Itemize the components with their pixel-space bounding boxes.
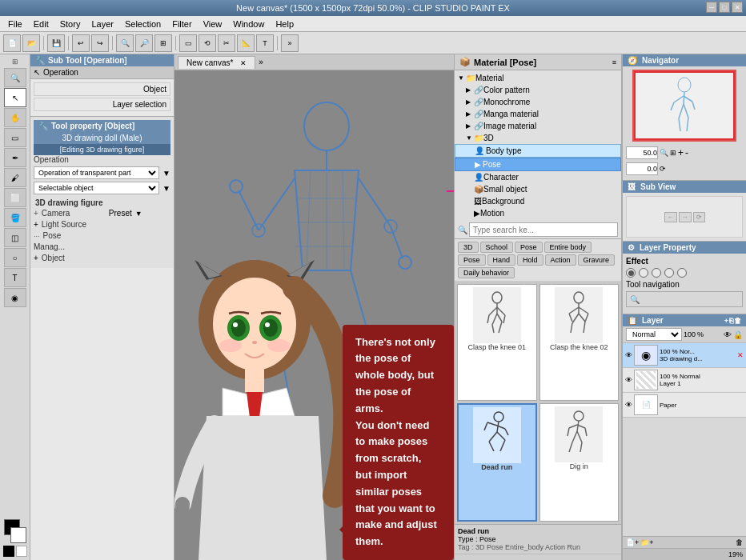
canvas-inner[interactable]: ❶ ❷ ❸ — [174, 70, 454, 560]
toolbar-redo[interactable]: ↪ — [91, 34, 109, 52]
object-button[interactable]: Object — [34, 82, 170, 96]
toolbar-zoom-in[interactable]: 🔍 — [116, 34, 134, 52]
delete-layer-btn[interactable]: 🗑 — [736, 538, 743, 546]
tree-item-motion[interactable]: ▶ Motion — [455, 207, 621, 219]
tool-3d[interactable]: ◉ — [4, 288, 26, 307]
tag-school[interactable]: School — [480, 242, 514, 253]
background-color[interactable] — [10, 527, 26, 543]
tag-entire-body[interactable]: Entire body — [544, 242, 592, 253]
lock-icon[interactable]: 🔒 — [733, 330, 743, 339]
toolbar-fit[interactable]: ⊞ — [154, 34, 172, 52]
tag-3d[interactable]: 3D — [458, 242, 479, 253]
toolbar-undo[interactable]: ↩ — [72, 34, 90, 52]
layer-copy-icon[interactable]: ⎘ — [729, 317, 733, 325]
effect-radio-4[interactable] — [664, 268, 674, 278]
effect-radio-2[interactable] — [639, 268, 648, 278]
toolbar-ruler[interactable]: 📐 — [237, 34, 255, 52]
minimize-button[interactable]: ─ — [706, 2, 717, 13]
tree-item-body-type[interactable]: 👤 Body type — [455, 144, 621, 158]
tool-shape[interactable]: ○ — [4, 248, 26, 267]
tree-item-small-object[interactable]: 📦 Small object — [455, 183, 621, 195]
effect-radio-5[interactable] — [677, 268, 687, 278]
effect-radio-3[interactable] — [652, 268, 661, 278]
tool-brush[interactable]: 🖌 — [4, 168, 26, 187]
material-menu-btn[interactable]: ≡ — [612, 58, 616, 66]
tag-action[interactable]: Action — [545, 254, 576, 266]
eye-icon[interactable]: 👁 — [724, 330, 732, 339]
tree-item-pose[interactable]: ▶ Pose — [455, 158, 621, 171]
menu-window[interactable]: Window — [228, 18, 269, 30]
new-layer-btn[interactable]: 📄+ — [626, 538, 639, 546]
menu-layer[interactable]: Layer — [86, 18, 118, 30]
effect-radio-1[interactable] — [626, 268, 636, 278]
tool-fill[interactable]: 🪣 — [4, 208, 26, 227]
tool-nav-input[interactable]: 🔍 — [626, 291, 743, 307]
material-scrollbar-h[interactable] — [455, 554, 621, 560]
toolbar-crop[interactable]: ✂ — [218, 34, 235, 52]
toolbar-more[interactable]: » — [281, 34, 299, 52]
nav-rotate-input[interactable] — [626, 162, 658, 175]
layer-item-1[interactable]: 👁 100 % Normal Layer 1 — [623, 368, 746, 393]
tag-hold[interactable]: Hold — [517, 254, 543, 266]
selectable-row[interactable]: Selectable object ▼ — [34, 182, 170, 194]
menu-edit[interactable]: Edit — [29, 18, 54, 30]
tree-item-color-pattern[interactable]: ▶ 🔗 Color pattern — [455, 84, 621, 96]
eye-3d-icon[interactable]: 👁 — [625, 351, 632, 359]
tool-select[interactable]: ▭ — [4, 128, 26, 147]
nav-zoom-input[interactable] — [626, 146, 658, 159]
menu-file[interactable]: File — [3, 18, 27, 30]
new-folder-btn[interactable]: 📁+ — [640, 538, 653, 546]
swatch-black[interactable] — [3, 546, 14, 557]
operation-item[interactable]: ↖ Operation — [30, 66, 174, 79]
tool-eraser[interactable]: ⬜ — [4, 188, 26, 207]
tree-item-character[interactable]: 👤 Character — [455, 171, 621, 183]
canvas-scroll-right[interactable]: » — [259, 58, 263, 66]
pose-item-clasp-knee-01[interactable]: Clasp the knee 01 — [457, 284, 537, 401]
operation-select-row[interactable]: Operation of transparent part ▼ — [34, 166, 170, 179]
blend-mode-select[interactable]: Normal — [626, 328, 682, 341]
tag-pose[interactable]: Pose — [515, 242, 543, 253]
tree-item-background[interactable]: 🖼 Background — [455, 195, 621, 207]
tag-pose2[interactable]: Pose — [458, 254, 486, 266]
canvas-tab-close[interactable]: ✕ — [240, 59, 247, 67]
menu-filter[interactable]: Filter — [167, 18, 196, 30]
canvas-tab[interactable]: New canvas* ✕ — [178, 56, 255, 69]
layer-new-icon[interactable]: + — [724, 317, 728, 325]
sub-view-btn2[interactable]: → — [679, 212, 692, 222]
tool-zoom[interactable]: 🔍 — [4, 68, 26, 87]
toolbar-text[interactable]: T — [256, 34, 274, 52]
eye-layer1-icon[interactable]: 👁 — [625, 376, 632, 384]
tool-pen[interactable]: ✒ — [4, 148, 26, 167]
pose-item-dead-run[interactable]: Dead run — [457, 403, 537, 522]
tool-text[interactable]: T — [4, 268, 26, 287]
layer-item-3d[interactable]: 👁 ◉ 100 % Nor... 3D drawing d... ✕ — [623, 343, 746, 368]
eye-paper-icon[interactable]: 👁 — [625, 401, 632, 409]
title-bar-buttons[interactable]: ─ □ ✕ — [706, 2, 743, 13]
menu-story[interactable]: Story — [55, 18, 86, 30]
layer-selection-button[interactable]: Layer selection — [34, 98, 170, 111]
tree-item-monochrome[interactable]: ▶ 🔗 Monochrome — [455, 96, 621, 108]
close-button[interactable]: ✕ — [732, 2, 743, 13]
toolbar-zoom-out[interactable]: 🔎 — [135, 34, 153, 52]
tool-move[interactable]: ✋ — [4, 108, 26, 127]
toolbar-open[interactable]: 📂 — [22, 34, 40, 52]
tree-item-3d[interactable]: ▼ 📁 3D — [455, 132, 621, 144]
tree-item-material[interactable]: ▼ 📁 Material — [455, 72, 621, 84]
toolbar-new[interactable]: 📄 — [3, 34, 21, 52]
maximize-button[interactable]: □ — [719, 2, 730, 13]
sub-view-btn1[interactable]: ← — [664, 212, 677, 222]
sub-view-btn3[interactable]: ⟳ — [693, 212, 705, 222]
swatch-white[interactable] — [16, 546, 27, 557]
search-input[interactable] — [469, 222, 618, 237]
tool-operation[interactable]: ↖ — [4, 88, 26, 107]
tree-item-manga-material[interactable]: ▶ 🔗 Manga material — [455, 108, 621, 120]
tree-item-image-material[interactable]: ▶ 🔗 Image material — [455, 120, 621, 132]
menu-selection[interactable]: Selection — [120, 18, 166, 30]
layer-item-paper[interactable]: 👁 📄 Paper — [623, 393, 746, 418]
nav-preview[interactable] — [632, 70, 736, 142]
layer-del-icon[interactable]: 🗑 — [734, 317, 741, 325]
tag-daily[interactable]: Daily behavior — [458, 267, 515, 278]
toolbar-save[interactable]: 💾 — [47, 34, 65, 52]
menu-help[interactable]: Help — [271, 18, 299, 30]
tool-gradient[interactable]: ◫ — [4, 228, 26, 247]
